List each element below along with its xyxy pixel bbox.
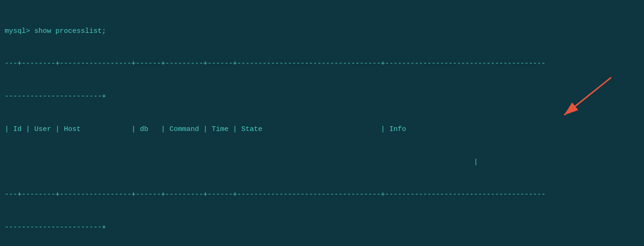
prompt-line: mysql> show processlist; — [5, 26, 639, 37]
command-header: Command — [169, 125, 199, 133]
header-cont: | — [5, 157, 639, 168]
state-header: State — [241, 125, 262, 133]
separator-mid-cont: -----------------------+ — [5, 222, 639, 233]
header-line: | Id | User | Host | db | Command | Time… — [5, 124, 639, 135]
arrow-annotation — [536, 73, 621, 124]
separator-mid: ---+--------+-----------------+------+--… — [5, 189, 639, 200]
separator-top: ---+--------+-----------------+------+--… — [5, 58, 639, 69]
svg-line-1 — [564, 77, 611, 115]
